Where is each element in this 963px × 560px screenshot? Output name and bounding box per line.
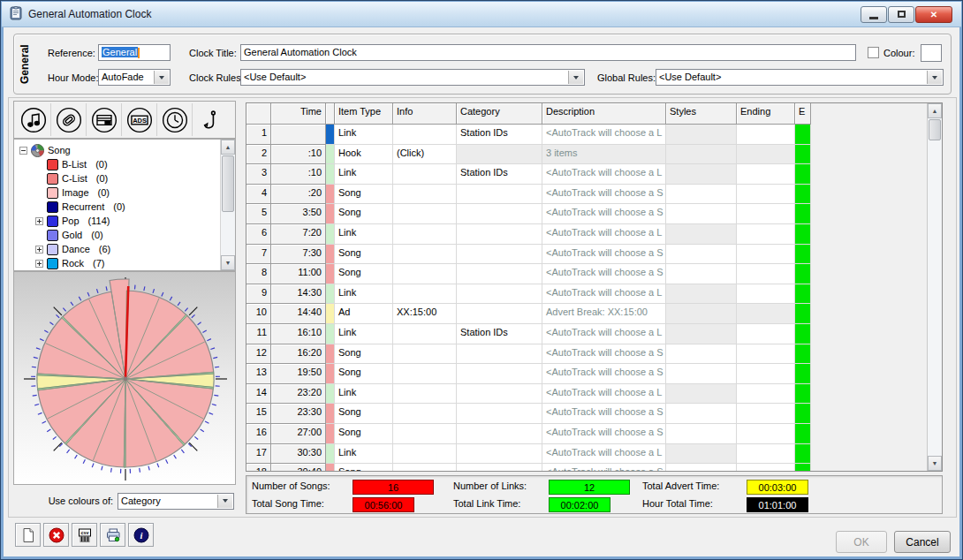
schedule-row-8[interactable]: 811:00Song<AutoTrack will choose a S — [246, 264, 927, 284]
chevron-down-icon[interactable] — [154, 71, 169, 84]
cell-num[interactable]: 17 — [246, 444, 271, 465]
cell-num[interactable]: 13 — [246, 364, 271, 384]
cell-num[interactable]: 6 — [246, 224, 271, 245]
item-colour-strip[interactable] — [326, 424, 335, 444]
cell-time[interactable]: :10 — [271, 164, 326, 185]
clock-icon[interactable] — [157, 103, 193, 136]
cell-e[interactable] — [795, 424, 811, 444]
schedule-row-3[interactable]: 3:10LinkStation IDs<AutoTrack will choos… — [246, 164, 927, 185]
cell-styles[interactable] — [666, 125, 737, 145]
cell-e[interactable] — [795, 224, 811, 245]
cell-info[interactable] — [393, 284, 457, 305]
cell-styles[interactable] — [666, 364, 737, 384]
cell-ending[interactable] — [737, 384, 795, 405]
cell-type[interactable]: Link — [335, 384, 393, 405]
schedule-row-4[interactable]: 4:20Song<AutoTrack will choose a S — [246, 185, 927, 205]
cell-info[interactable] — [393, 224, 457, 245]
plus-expander-icon[interactable] — [35, 246, 43, 254]
cell-type[interactable]: Hook — [335, 145, 393, 165]
cell-type[interactable]: Song — [335, 464, 393, 471]
schedule-row-12[interactable]: 1216:20Song<AutoTrack will choose a S — [246, 344, 927, 365]
maximize-button[interactable] — [888, 6, 914, 23]
schedule-row-15[interactable]: 1523:30Song<AutoTrack will choose a S — [246, 404, 927, 424]
cell-ending[interactable] — [737, 324, 795, 344]
schedule-row-18[interactable]: 1830:40Song<AutoTrack will choose a S — [246, 464, 927, 471]
cell-category[interactable] — [457, 444, 542, 465]
cell-type[interactable]: Link — [335, 324, 393, 344]
cell-time[interactable]: 30:30 — [271, 444, 326, 465]
grid-header-e[interactable]: E — [795, 103, 811, 125]
item-colour-strip[interactable] — [326, 444, 335, 465]
cell-num[interactable]: 8 — [246, 264, 271, 284]
scroll-up-icon[interactable]: ▲ — [928, 103, 942, 118]
cell-description[interactable]: <AutoTrack will choose a L — [542, 164, 666, 185]
cell-category[interactable] — [457, 204, 542, 224]
cell-num[interactable]: 12 — [246, 344, 271, 365]
cell-time[interactable]: :10 — [271, 145, 326, 165]
titlebar[interactable]: General Automation Clock ✕ — [2, 2, 961, 27]
cell-num[interactable]: 18 — [246, 464, 271, 471]
cell-info[interactable] — [393, 384, 457, 405]
tree-scrollbar[interactable]: ▲ ▼ — [220, 140, 235, 270]
cell-description[interactable]: <AutoTrack will choose a L — [542, 125, 666, 145]
cell-category[interactable]: Station IDs — [457, 125, 542, 145]
cell-ending[interactable] — [737, 185, 795, 205]
item-colour-strip[interactable] — [326, 125, 335, 145]
cell-e[interactable] — [795, 164, 811, 185]
cell-ending[interactable] — [737, 284, 795, 305]
cell-e[interactable] — [795, 444, 811, 465]
chevron-down-icon[interactable] — [217, 495, 232, 508]
cell-info[interactable] — [393, 125, 457, 145]
grid-header-strip[interactable] — [326, 103, 335, 125]
grid-header-styles[interactable]: Styles — [666, 103, 737, 125]
grid-header-time[interactable]: Time — [271, 103, 326, 125]
tree-item-b-list[interactable]: B-List(0) — [35, 157, 108, 171]
cell-ending[interactable] — [737, 444, 795, 465]
cell-num[interactable]: 16 — [246, 424, 271, 444]
cell-category[interactable] — [457, 424, 542, 444]
cell-time[interactable] — [271, 125, 326, 145]
scroll-down-icon[interactable]: ▼ — [928, 456, 942, 471]
tree-item-song[interactable]: Song — [19, 143, 71, 157]
cell-description[interactable]: <AutoTrack will choose a L — [542, 324, 666, 344]
info-icon[interactable]: i — [128, 523, 154, 547]
cell-type[interactable]: Song — [335, 185, 393, 205]
cell-info[interactable] — [393, 264, 457, 284]
scroll-up-icon[interactable]: ▲ — [221, 140, 235, 155]
cell-ending[interactable] — [737, 424, 795, 444]
item-colour-strip[interactable] — [326, 224, 335, 245]
cell-info[interactable] — [393, 164, 457, 185]
clock-rules-select[interactable]: <Use Default> — [240, 69, 585, 86]
cell-description[interactable]: <AutoTrack will choose a S — [542, 204, 666, 224]
cell-styles[interactable] — [666, 344, 737, 365]
item-colour-strip[interactable] — [326, 324, 335, 344]
cell-type[interactable]: Song — [335, 204, 393, 224]
hour-mode-select[interactable]: AutoFade — [98, 69, 171, 86]
global-rules-select[interactable]: <Use Default> — [656, 69, 944, 86]
cell-info[interactable] — [393, 324, 457, 344]
cell-description[interactable]: <AutoTrack will choose a L — [542, 444, 666, 465]
cell-e[interactable] — [795, 384, 811, 405]
cell-styles[interactable] — [666, 404, 737, 424]
cell-styles[interactable] — [666, 164, 737, 185]
cell-category[interactable] — [457, 464, 542, 471]
cell-e[interactable] — [795, 304, 811, 324]
tree-scroll-thumb[interactable] — [222, 155, 234, 212]
cell-styles[interactable] — [666, 304, 737, 324]
new-page-icon[interactable] — [15, 523, 41, 547]
schedule-row-9[interactable]: 914:30Link<AutoTrack will choose a L — [246, 284, 927, 305]
cell-info[interactable] — [393, 245, 457, 265]
schedule-row-14[interactable]: 1423:20Link<AutoTrack will choose a L — [246, 384, 927, 405]
cell-e[interactable] — [795, 185, 811, 205]
grid-header-description[interactable]: Description — [542, 103, 666, 125]
cell-type[interactable]: Link — [335, 284, 393, 305]
cell-type[interactable]: Song — [335, 404, 393, 424]
cell-info[interactable] — [393, 464, 457, 471]
cell-ending[interactable] — [737, 364, 795, 384]
item-colour-strip[interactable] — [326, 344, 335, 365]
cell-e[interactable] — [795, 145, 811, 165]
cell-e[interactable] — [795, 364, 811, 384]
tree-item-recurrent[interactable]: Recurrent(0) — [35, 200, 125, 214]
plus-expander-icon[interactable] — [35, 260, 43, 268]
cell-styles[interactable] — [666, 464, 737, 471]
